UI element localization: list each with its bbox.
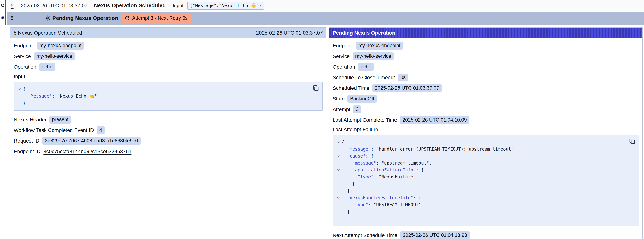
field-label: Last Attempt Complete Time: [332, 117, 397, 123]
field-value-badge: 3: [353, 106, 361, 113]
collapse-chevron-icon[interactable]: [335, 194, 342, 201]
detail-field-endpoint: Endpointmy-nexus-endpoint: [332, 42, 639, 50]
code-gutter: [335, 208, 342, 215]
endpoint-id-link[interactable]: 3c0c75ccfa8144b092c13ce632463761: [44, 148, 132, 154]
collapse-chevron-icon[interactable]: [16, 86, 23, 92]
json-line: {: [335, 139, 626, 146]
field-label: Scheduled Time: [332, 85, 370, 91]
detail-field-operation: Operationecho: [332, 63, 639, 71]
json-line: },: [335, 188, 626, 194]
panel-header-scheduled: 5 Nexus Operation Scheduled 2025-02-26 U…: [10, 28, 326, 38]
field-value-badge: 4: [97, 126, 105, 134]
json-line-text: }: [342, 180, 355, 188]
code-block-label: Last Attempt Failure: [332, 127, 639, 132]
json-line-text: "cause": {: [342, 152, 374, 160]
field-value-badge: 3e829b7e-7d67-4b08-aad3-b1e868bfe9e0: [42, 137, 140, 145]
json-line-text: }: [23, 100, 26, 106]
code-gutter: [335, 180, 342, 188]
field-label: State: [332, 96, 344, 102]
json-line: {: [16, 86, 310, 92]
field-value-badge: echo: [39, 63, 55, 71]
event-id-link[interactable]: 5: [10, 3, 14, 8]
detail-field-operation: Operationecho: [14, 63, 323, 71]
code-gutter: [16, 92, 23, 100]
panel-body-pending: Endpointmy-nexus-endpointServicemy-hello…: [329, 38, 642, 239]
field-label: Service: [14, 54, 31, 59]
field-label: Operation: [14, 64, 36, 70]
field-value-badge: my-hello-service: [34, 52, 75, 60]
field-value-badge: present: [50, 116, 71, 124]
field-label: Service: [332, 54, 350, 59]
json-line-text: }: [342, 208, 350, 215]
event-detail-panel-scheduled: 5 Nexus Operation Scheduled 2025-02-26 U…: [10, 28, 326, 239]
json-line-text: "Message": "Nexus Echo 👋": [23, 92, 97, 100]
event-input-label: Input: [173, 3, 184, 8]
detail-field-attempt: Attempt3: [332, 106, 639, 113]
field-label: Request ID: [14, 138, 39, 144]
field-value-badge: 2025-02-26 UTC 01:04:10.09: [400, 116, 469, 124]
json-line: }: [335, 180, 626, 188]
json-line-text: {: [342, 139, 344, 146]
event-row-nexus-operation-scheduled[interactable]: 5 2025-02-26 UTC 01:03:37.07 Nexus Opera…: [7, 0, 644, 11]
panel-title: Pending Nexus Operation: [332, 30, 395, 36]
code-block-label: Input: [14, 74, 323, 80]
field-label: Operation: [332, 64, 355, 70]
code-gutter: [335, 188, 342, 194]
json-line-text: }: [342, 215, 344, 222]
retry-icon: [124, 15, 130, 21]
field-value-badge: my-nexus-endpoint: [356, 42, 403, 50]
json-line-text: "type": "NexusFailure": [342, 174, 416, 180]
json-line-text: {: [23, 86, 26, 92]
code-gutter: [335, 174, 342, 180]
json-line: "applicationFailureInfo": {: [335, 166, 626, 174]
json-line-text: "applicationFailureInfo": {: [342, 166, 424, 174]
panel-title: 5 Nexus Operation Scheduled: [14, 30, 82, 36]
event-input-preview-chip[interactable]: {"Message":"Nexus Echo 👋"}: [187, 2, 264, 10]
collapse-chevron-icon[interactable]: [335, 139, 342, 146]
event-id-link[interactable]: 5: [10, 15, 14, 21]
json-line: "message": "upstream timeout",: [335, 160, 626, 166]
field-value-badge: 0s: [398, 74, 408, 82]
detail-field-state: StateBackingOff: [332, 95, 639, 103]
code-gutter: [335, 160, 342, 166]
event-detail-panel-pending: Pending Nexus Operation Endpointmy-nexus…: [329, 28, 643, 239]
timeline-node-current-icon: [1, 16, 4, 20]
panel-timestamp: 2025-02-26 UTC 01:03:37.07: [256, 30, 323, 36]
collapse-chevron-icon[interactable]: [335, 166, 342, 174]
field-label: Endpoint ID: [14, 148, 40, 154]
json-line: "Message": "Nexus Echo 👋": [16, 92, 310, 100]
timeline-active-bar: [5, 0, 6, 25]
collapse-chevron-icon[interactable]: [335, 152, 342, 160]
json-line: }: [335, 215, 626, 222]
detail-field-request-id: Request ID3e829b7e-7d67-4b08-aad3-b1e868…: [14, 137, 323, 145]
json-line-text: "type": "UPSTREAM_TIMEOUT": [342, 201, 421, 208]
field-value-badge: 2025-02-26 UTC 01:03:37.07: [372, 84, 442, 92]
detail-field-next-attempt-schedule-time: Next Attempt Schedule Time2025-02-26 UTC…: [332, 231, 639, 239]
detail-field-service: Servicemy-hello-service: [14, 52, 323, 60]
json-line-text: "nexusHandlerFailureInfo": {: [342, 194, 421, 201]
last-attempt-failure-json-viewer: { "message": "handler error (UPSTREAM_TI…: [332, 135, 639, 226]
detail-field-workflow-task-completed-event-id: Workflow Task Completed Event ID4: [14, 126, 323, 134]
field-label: Schedule To Close Timeout: [332, 75, 395, 80]
event-title: Pending Nexus Operation: [52, 15, 118, 21]
copy-icon[interactable]: [629, 138, 636, 144]
retry-badge-text: Attempt 3 · Next Retry 0s: [132, 15, 188, 21]
json-line: "type": "NexusFailure": [335, 174, 626, 180]
field-label: Next Attempt Schedule Time: [332, 232, 397, 238]
json-line: "nexusHandlerFailureInfo": {: [335, 194, 626, 201]
field-label: Workflow Task Completed Event ID: [14, 127, 94, 133]
event-row-pending-nexus-operation[interactable]: 5 Pending Nexus Operation Attempt 3 · Ne…: [7, 12, 644, 25]
field-label: Endpoint: [14, 43, 34, 49]
copy-icon[interactable]: [312, 85, 319, 92]
nexus-event-history-view: { "colors": { "selected_row_bg": "#aebbd…: [0, 0, 644, 239]
code-gutter: [16, 100, 23, 106]
json-line: }: [335, 208, 626, 215]
field-value-badge: my-nexus-endpoint: [37, 42, 84, 50]
field-value-badge: my-hello-service: [352, 52, 394, 60]
json-line-text: },: [342, 188, 352, 194]
json-line: "message": "handler error (UPSTREAM_TIME…: [335, 146, 626, 152]
code-gutter: [335, 215, 342, 222]
json-line: "cause": {: [335, 152, 626, 160]
json-line-text: "message": "upstream timeout",: [342, 160, 432, 166]
json-line: }: [16, 100, 310, 106]
